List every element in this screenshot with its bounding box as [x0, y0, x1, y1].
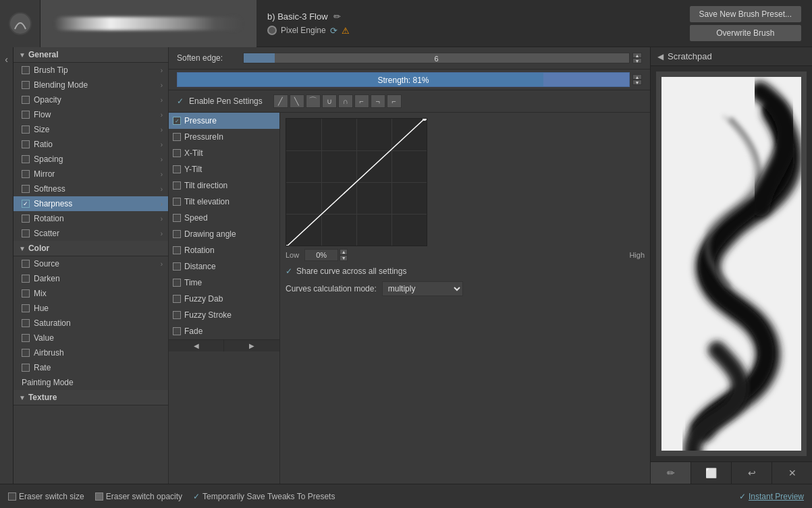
sidebar-item-flow[interactable]: Flow › [13, 107, 168, 122]
spacing-checkbox[interactable] [22, 155, 30, 163]
curve-btn-5[interactable]: ⌐ [354, 94, 369, 108]
fade-checkbox[interactable] [173, 327, 181, 335]
pen-list-scroll-right[interactable]: ▶ [224, 340, 279, 351]
brush-tip-checkbox[interactable] [22, 66, 30, 74]
sidebar-item-opacity[interactable]: Opacity › [13, 92, 168, 107]
sidebar-item-hue[interactable]: Hue [13, 301, 168, 316]
time-checkbox[interactable] [173, 279, 181, 287]
save-new-brush-button[interactable]: Save New Brush Preset... [690, 6, 801, 22]
sharpness-checkbox[interactable]: ✓ [22, 200, 30, 208]
scratch-tool-undo[interactable]: ↩ [732, 462, 772, 484]
eraser-size-checkbox[interactable]: Eraser switch size [8, 492, 84, 501]
pen-list-scroll-left[interactable]: ◀ [169, 340, 224, 351]
soften-edge-slider[interactable]: 6 ▲ ▼ [243, 53, 642, 63]
percent-up-button[interactable]: ▲ [340, 249, 348, 255]
value-checkbox[interactable] [22, 334, 30, 342]
sidebar-item-scatter[interactable]: Scatter › [13, 226, 168, 241]
opacity-checkbox[interactable] [22, 96, 30, 104]
curve-btn-3[interactable]: ∪ [322, 94, 337, 108]
curve-btn-7[interactable]: ⌐ [387, 94, 402, 108]
x-tilt-checkbox[interactable] [173, 149, 181, 157]
sidebar-item-darken[interactable]: Darken [13, 271, 168, 286]
ratio-checkbox[interactable] [22, 140, 30, 148]
pen-list-item-rotation[interactable]: Rotation [169, 242, 279, 258]
rotation-checkbox[interactable] [22, 215, 30, 223]
sidebar-item-mirror[interactable]: Mirror › [13, 167, 168, 181]
soften-edge-spinner[interactable]: ▲ ▼ [632, 53, 642, 63]
sidebar-item-size[interactable]: Size › [13, 122, 168, 137]
saturation-checkbox[interactable] [22, 319, 30, 327]
hue-checkbox[interactable] [22, 304, 30, 312]
strength-bar[interactable]: Strength: 81% [177, 72, 630, 87]
sidebar-item-saturation[interactable]: Saturation [13, 316, 168, 331]
percent-input[interactable] [304, 249, 338, 261]
general-section-header[interactable]: ▼ General [13, 47, 168, 63]
sidebar-item-blending-mode[interactable]: Blending Mode › [13, 78, 168, 92]
curve-btn-4[interactable]: ∩ [338, 94, 353, 108]
pressurein-checkbox[interactable] [173, 133, 181, 141]
speed-checkbox[interactable] [173, 214, 181, 222]
size-checkbox[interactable] [22, 125, 30, 134]
scatter-checkbox[interactable] [22, 229, 30, 237]
color-section-header[interactable]: ▼ Color [13, 241, 168, 256]
sidebar-item-rate[interactable]: Rate [13, 360, 168, 375]
source-checkbox[interactable] [22, 260, 30, 268]
refresh-icon[interactable]: ⟳ [330, 26, 337, 36]
soften-edge-up-button[interactable]: ▲ [632, 53, 642, 58]
pen-list-item-fade[interactable]: Fade [169, 323, 279, 339]
sidebar-item-brush-tip[interactable]: Brush Tip › [13, 63, 168, 78]
edit-brush-icon[interactable]: ✏ [333, 11, 341, 22]
mix-checkbox[interactable] [22, 289, 30, 298]
pen-list-item-pressurein[interactable]: PressureIn [169, 129, 279, 145]
rate-checkbox[interactable] [22, 364, 30, 372]
sidebar-item-mix[interactable]: Mix [13, 286, 168, 301]
strength-down-button[interactable]: ▼ [632, 80, 642, 85]
flow-checkbox[interactable] [22, 111, 30, 119]
drawing-angle-checkbox[interactable] [173, 230, 181, 238]
pen-list-item-time[interactable]: Time [169, 275, 279, 291]
curve-btn-6[interactable]: ¬ [371, 94, 385, 108]
sidebar-item-painting-mode[interactable]: Painting Mode [13, 375, 168, 390]
mirror-checkbox[interactable] [22, 170, 30, 178]
pen-list-item-drawing-angle[interactable]: Drawing angle [169, 226, 279, 242]
sidebar-item-value[interactable]: Value [13, 331, 168, 345]
pen-list-item-y-tilt[interactable]: Y-Tilt [169, 161, 279, 177]
sidebar-item-ratio[interactable]: Ratio › [13, 137, 168, 152]
pressure-checkbox[interactable]: ✓ [173, 117, 181, 125]
pen-list-item-fuzzy-stroke[interactable]: Fuzzy Stroke [169, 307, 279, 323]
fuzzy-dab-checkbox[interactable] [173, 295, 181, 303]
softness-checkbox[interactable] [22, 185, 30, 193]
soften-edge-down-button[interactable]: ▼ [632, 58, 642, 63]
pen-list-item-speed[interactable]: Speed [169, 210, 279, 226]
percent-down-button[interactable]: ▼ [340, 255, 348, 261]
overwrite-brush-button[interactable]: Overwrite Brush [690, 25, 801, 41]
soften-edge-track[interactable]: 6 [243, 53, 630, 63]
scratchpad-collapse-icon[interactable]: ◀ [657, 52, 664, 61]
instant-preview-label[interactable]: Instant Preview [749, 492, 804, 501]
collapse-button[interactable]: ‹ [0, 47, 13, 484]
fuzzy-stroke-checkbox[interactable] [173, 311, 181, 319]
eraser-size-check-box[interactable] [8, 492, 16, 501]
sidebar-item-sharpness[interactable]: ✓ Sharpness › [13, 196, 168, 211]
scratch-tool-rect[interactable]: ⬜ [691, 462, 732, 484]
darken-checkbox[interactable] [22, 275, 30, 283]
y-tilt-checkbox[interactable] [173, 165, 181, 173]
strength-up-button[interactable]: ▲ [632, 74, 642, 80]
pen-list-item-tilt-elevation[interactable]: Tilt elevation [169, 194, 279, 210]
curve-btn-0[interactable]: ╱ [273, 94, 288, 108]
eraser-opacity-check-box[interactable] [95, 492, 103, 501]
curve-btn-1[interactable]: ╲ [290, 94, 304, 108]
distance-checkbox[interactable] [173, 262, 181, 271]
scratch-tool-draw[interactable]: ✏ [651, 462, 691, 484]
pen-list-item-pressure[interactable]: ✓ Pressure [169, 113, 279, 129]
sidebar-item-source[interactable]: Source › [13, 256, 168, 271]
scratch-tool-clear[interactable]: ✕ [772, 462, 812, 484]
scratchpad-canvas[interactable] [656, 72, 807, 456]
pen-list-item-tilt-direction[interactable]: Tilt direction [169, 177, 279, 194]
pixel-engine-radio[interactable] [267, 26, 277, 35]
curve-graph[interactable] [286, 118, 427, 246]
calc-mode-select[interactable]: linear multiply screen overlay [382, 281, 463, 296]
percent-spinner[interactable]: ▲ ▼ [340, 249, 348, 261]
texture-section-header[interactable]: ▼ Texture [13, 390, 168, 405]
eraser-opacity-checkbox[interactable]: Eraser switch opacity [95, 492, 182, 501]
